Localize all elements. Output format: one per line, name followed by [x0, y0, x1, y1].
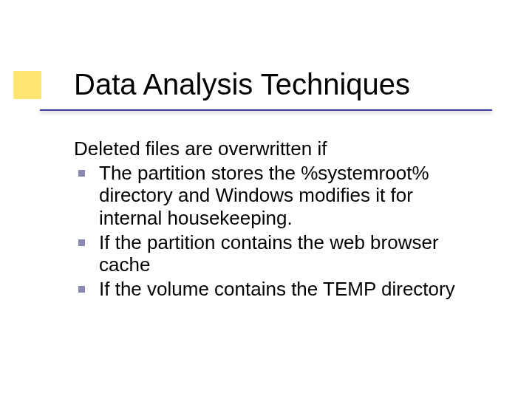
lead-text: Deleted files are overwritten if [74, 137, 480, 160]
square-bullet-icon [78, 170, 85, 177]
slide: Data Analysis Techniques Deleted files a… [0, 0, 532, 399]
square-bullet-icon [78, 239, 85, 246]
bullet-list: The partition stores the %systemroot% di… [74, 162, 480, 301]
accent-square [13, 71, 41, 99]
title-area: Data Analysis Techniques [74, 68, 502, 100]
body-area: Deleted files are overwritten if The par… [74, 137, 480, 302]
title-underline [40, 109, 492, 111]
list-item-text: If the volume contains the TEMP director… [99, 278, 455, 300]
slide-title: Data Analysis Techniques [74, 68, 502, 100]
list-item: If the partition contains the web browse… [99, 231, 480, 276]
list-item: The partition stores the %systemroot% di… [99, 162, 480, 230]
list-item-text: If the partition contains the web browse… [99, 231, 439, 276]
square-bullet-icon [78, 286, 85, 293]
list-item: If the volume contains the TEMP director… [99, 278, 480, 301]
list-item-text: The partition stores the %systemroot% di… [99, 162, 429, 229]
